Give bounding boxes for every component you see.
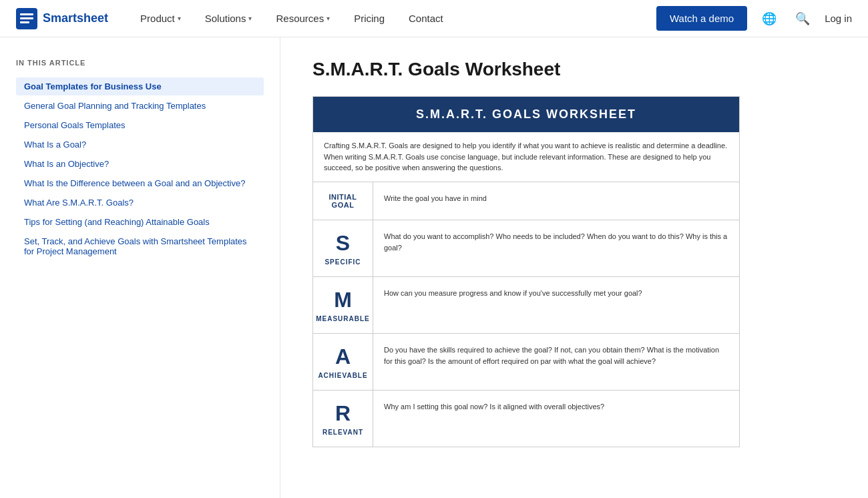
svg-rect-2 [20, 17, 33, 19]
worksheet-word-achievable: ACHIEVABLE [318, 372, 367, 379]
sidebar-item-difference-goal-objective[interactable]: What Is the Difference between a Goal an… [16, 174, 264, 192]
worksheet-label-relevant: R RELEVANT [313, 391, 373, 447]
sidebar-item-what-is-goal[interactable]: What Is a Goal? [16, 136, 264, 154]
worksheet-content-measurable: How can you measure progress and know if… [373, 277, 739, 333]
content-title: S.M.A.R.T. Goals Worksheet [312, 59, 836, 80]
worksheet-header: S.M.A.R.T. GOALS WORKSHEET [313, 97, 739, 132]
chevron-down-icon: ▾ [248, 15, 252, 22]
worksheet-row-achievable: A ACHIEVABLE Do you have the skills requ… [313, 333, 739, 390]
logo[interactable]: Smartsheet [16, 8, 108, 29]
search-icon[interactable]: 🔍 [791, 7, 814, 30]
main-nav: Product ▾ Solutions ▾ Resources ▾ Pricin… [130, 7, 656, 29]
log-in-link[interactable]: Log in [825, 13, 852, 24]
nav-label-solutions: Solutions [205, 13, 246, 24]
nav-item-pricing[interactable]: Pricing [343, 7, 395, 29]
worksheet-letter-s: S [336, 231, 350, 256]
svg-rect-1 [20, 13, 33, 15]
sidebar-item-smart-goals[interactable]: What Are S.M.A.R.T. Goals? [16, 194, 264, 212]
worksheet-word-specific: SPECIFIC [324, 258, 361, 266]
logo-text: Smartsheet [43, 11, 108, 25]
sidebar-item-what-is-objective[interactable]: What Is an Objective? [16, 155, 264, 173]
main-content: S.M.A.R.T. Goals Worksheet S.M.A.R.T. GO… [280, 37, 868, 498]
worksheet-letter-r: R [335, 401, 351, 426]
chevron-down-icon: ▾ [327, 15, 330, 22]
language-icon[interactable]: 🌐 [758, 7, 781, 30]
sidebar: In this article Goal Templates for Busin… [0, 37, 280, 498]
initial-goal-label: INITIAL GOAL [318, 193, 367, 209]
worksheet-label-achievable: A ACHIEVABLE [313, 334, 373, 390]
svg-rect-3 [20, 21, 29, 23]
worksheet-letter-m: M [334, 288, 352, 312]
nav-label-resources: Resources [276, 13, 324, 24]
site-header: Smartsheet Product ▾ Solutions ▾ Resourc… [0, 0, 868, 37]
nav-item-resources[interactable]: Resources ▾ [265, 7, 341, 29]
sidebar-section-title: In this article [16, 59, 264, 67]
worksheet-intro: Crafting S.M.A.R.T. Goals are designed t… [313, 132, 739, 182]
smart-goals-worksheet: S.M.A.R.T. GOALS WORKSHEET Crafting S.M.… [312, 96, 740, 447]
smartsheet-logo-icon [16, 8, 37, 29]
worksheet-label-initial: INITIAL GOAL [313, 182, 373, 220]
worksheet-content-specific: What do you want to accomplish? Who need… [373, 220, 739, 276]
worksheet-letter-a: A [335, 344, 351, 369]
nav-label-pricing: Pricing [354, 13, 385, 24]
worksheet-content-relevant: Why am I setting this goal now? Is it al… [373, 391, 739, 447]
worksheet-row-specific: S SPECIFIC What do you want to accomplis… [313, 220, 739, 276]
sidebar-item-goal-templates-business[interactable]: Goal Templates for Business Use [16, 77, 264, 95]
worksheet-label-measurable: M MEASURABLE [313, 277, 373, 333]
nav-label-contact: Contact [409, 13, 443, 24]
sidebar-item-general-goal-planning[interactable]: General Goal Planning and Tracking Templ… [16, 97, 264, 115]
worksheet-content-initial: Write the goal you have in mind [373, 182, 739, 220]
watch-demo-button[interactable]: Watch a demo [656, 6, 747, 31]
nav-item-solutions[interactable]: Solutions ▾ [194, 7, 263, 29]
worksheet-row-initial: INITIAL GOAL Write the goal you have in … [313, 182, 739, 220]
sidebar-item-set-track-achieve[interactable]: Set, Track, and Achieve Goals with Smart… [16, 232, 264, 260]
worksheet-word-relevant: RELEVANT [322, 429, 363, 436]
worksheet-label-specific: S SPECIFIC [313, 220, 373, 276]
nav-item-contact[interactable]: Contact [398, 7, 454, 29]
worksheet-row-measurable: M MEASURABLE How can you measure progres… [313, 276, 739, 333]
page-layout: In this article Goal Templates for Busin… [0, 37, 868, 498]
nav-item-product[interactable]: Product ▾ [130, 7, 192, 29]
sidebar-item-tips-setting[interactable]: Tips for Setting (and Reaching) Attainab… [16, 213, 264, 231]
header-actions: Watch a demo 🌐 🔍 Log in [656, 6, 852, 31]
worksheet-row-relevant: R RELEVANT Why am I setting this goal no… [313, 390, 739, 447]
worksheet-content-achievable: Do you have the skills required to achie… [373, 334, 739, 390]
sidebar-item-personal-goals[interactable]: Personal Goals Templates [16, 116, 264, 134]
nav-label-product: Product [140, 13, 175, 24]
worksheet-word-measurable: MEASURABLE [316, 315, 370, 322]
chevron-down-icon: ▾ [178, 15, 181, 22]
